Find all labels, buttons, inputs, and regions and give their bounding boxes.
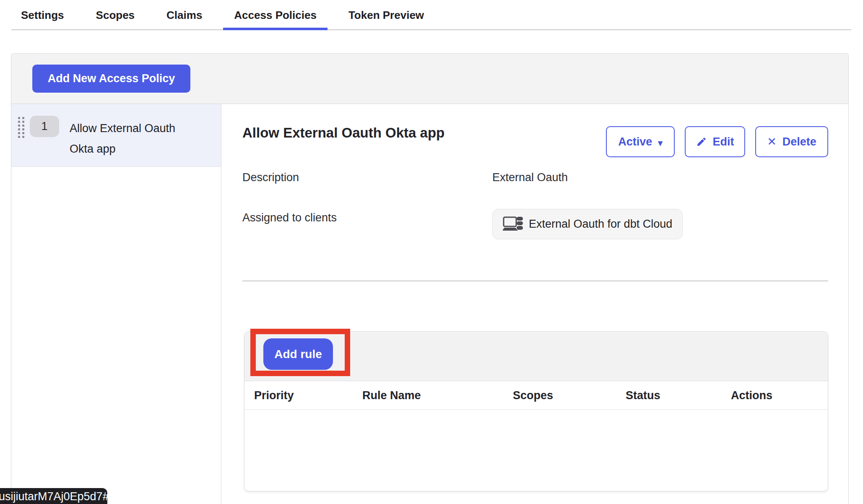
column-header-scopes: Scopes xyxy=(513,381,553,410)
tab-scopes[interactable]: Scopes xyxy=(85,0,146,30)
rules-table-header: Priority Rule Name Scopes Status Actions xyxy=(244,381,828,410)
policy-title: Allow External Oauth Okta app xyxy=(242,125,444,141)
edit-button[interactable]: Edit xyxy=(685,126,745,157)
rules-table-empty-area xyxy=(244,410,828,491)
tab-token-preview[interactable]: Token Preview xyxy=(338,0,435,30)
rules-toolbar: Add rule xyxy=(244,332,828,381)
policy-toolbar: Add New Access Policy xyxy=(11,54,848,104)
column-header-status: Status xyxy=(626,381,660,410)
policy-actions: Active ▾ Edit ✕ Delete xyxy=(606,126,828,157)
delete-label: Delete xyxy=(782,135,816,148)
tab-access-policies[interactable]: Access Policies xyxy=(223,0,328,30)
policy-layout: 1 Allow External Oauth Okta app Allow Ex… xyxy=(11,104,848,504)
policy-detail: Allow External Oauth Okta app Active ▾ E… xyxy=(221,104,848,504)
policy-name: Allow External Oauth Okta app xyxy=(70,118,195,159)
tab-bar: Settings Scopes Claims Access Policies T… xyxy=(10,0,445,30)
assigned-clients-label: Assigned to clients xyxy=(242,211,337,224)
rules-panel: Add rule Priority Rule Name Scopes Statu… xyxy=(244,331,828,491)
computer-database-icon xyxy=(503,216,523,233)
policy-list: 1 Allow External Oauth Okta app xyxy=(11,104,221,504)
status-dropdown-button[interactable]: Active ▾ xyxy=(606,126,675,157)
access-policies-panel: Add New Access Policy 1 Allow External O… xyxy=(11,53,849,504)
description-value: External Oauth xyxy=(492,171,568,184)
chevron-down-icon: ▾ xyxy=(658,138,663,147)
close-icon: ✕ xyxy=(767,136,777,148)
pencil-icon xyxy=(696,136,707,147)
section-divider xyxy=(242,281,828,281)
edit-label: Edit xyxy=(713,135,734,148)
column-header-actions: Actions xyxy=(731,381,772,410)
status-label: Active xyxy=(618,135,652,148)
column-header-priority: Priority xyxy=(254,381,294,410)
tab-claims[interactable]: Claims xyxy=(156,0,213,30)
policy-list-item[interactable]: 1 Allow External Oauth Okta app xyxy=(11,104,221,167)
description-label: Description xyxy=(242,171,299,184)
url-tooltip: usijiutarM7Aj0Ep5d7# xyxy=(0,488,107,504)
delete-button[interactable]: ✕ Delete xyxy=(755,126,828,157)
assigned-client-chip: External Oauth for dbt Cloud xyxy=(492,209,683,239)
url-tooltip-text: usijiutarM7Aj0Ep5d7# xyxy=(0,490,107,503)
add-rule-button[interactable]: Add rule xyxy=(263,338,333,370)
add-new-access-policy-button[interactable]: Add New Access Policy xyxy=(32,65,190,93)
assigned-client-name: External Oauth for dbt Cloud xyxy=(529,218,672,231)
tab-settings[interactable]: Settings xyxy=(10,0,75,30)
priority-badge: 1 xyxy=(30,116,59,137)
column-header-rule-name: Rule Name xyxy=(362,381,421,410)
drag-handle-icon[interactable] xyxy=(18,117,24,138)
